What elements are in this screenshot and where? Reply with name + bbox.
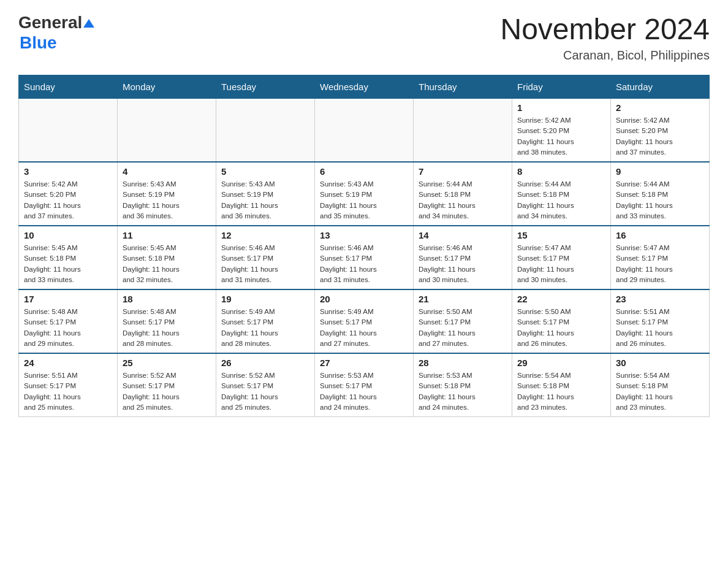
day-number: 8 bbox=[517, 166, 605, 177]
day-info: Sunrise: 5:44 AM Sunset: 5:18 PM Dayligh… bbox=[419, 179, 507, 221]
day-info: Sunrise: 5:51 AM Sunset: 5:17 PM Dayligh… bbox=[24, 370, 112, 413]
day-info: Sunrise: 5:48 AM Sunset: 5:17 PM Dayligh… bbox=[24, 307, 112, 349]
calendar-week-row: 3Sunrise: 5:42 AM Sunset: 5:20 PM Daylig… bbox=[19, 162, 710, 226]
day-info: Sunrise: 5:42 AM Sunset: 5:20 PM Dayligh… bbox=[24, 179, 112, 221]
calendar-cell: 30Sunrise: 5:54 AM Sunset: 5:18 PM Dayli… bbox=[611, 353, 710, 417]
day-info: Sunrise: 5:45 AM Sunset: 5:18 PM Dayligh… bbox=[24, 243, 112, 285]
day-number: 17 bbox=[24, 294, 112, 304]
calendar-cell: 14Sunrise: 5:46 AM Sunset: 5:17 PM Dayli… bbox=[414, 226, 512, 289]
day-number: 30 bbox=[616, 358, 704, 368]
calendar-cell: 10Sunrise: 5:45 AM Sunset: 5:18 PM Dayli… bbox=[19, 226, 118, 289]
day-number: 13 bbox=[320, 230, 408, 240]
day-info: Sunrise: 5:54 AM Sunset: 5:18 PM Dayligh… bbox=[616, 370, 704, 413]
day-info: Sunrise: 5:48 AM Sunset: 5:17 PM Dayligh… bbox=[123, 307, 211, 349]
day-info: Sunrise: 5:45 AM Sunset: 5:18 PM Dayligh… bbox=[123, 243, 211, 285]
day-number: 2 bbox=[616, 102, 704, 113]
calendar-cell: 5Sunrise: 5:43 AM Sunset: 5:19 PM Daylig… bbox=[216, 162, 315, 226]
day-info: Sunrise: 5:47 AM Sunset: 5:17 PM Dayligh… bbox=[517, 243, 605, 285]
calendar-cell bbox=[118, 99, 216, 163]
month-title: November 2024 bbox=[500, 12, 710, 46]
day-info: Sunrise: 5:46 AM Sunset: 5:17 PM Dayligh… bbox=[419, 243, 507, 285]
title-area: November 2024 Caranan, Bicol, Philippine… bbox=[500, 12, 710, 63]
day-header-saturday: Saturday bbox=[611, 75, 710, 99]
calendar-cell: 17Sunrise: 5:48 AM Sunset: 5:17 PM Dayli… bbox=[19, 289, 118, 353]
day-number: 12 bbox=[221, 230, 309, 240]
day-number: 16 bbox=[616, 230, 704, 240]
calendar-cell: 3Sunrise: 5:42 AM Sunset: 5:20 PM Daylig… bbox=[19, 162, 118, 226]
calendar-week-row: 1Sunrise: 5:42 AM Sunset: 5:20 PM Daylig… bbox=[19, 99, 710, 163]
calendar-cell: 18Sunrise: 5:48 AM Sunset: 5:17 PM Dayli… bbox=[118, 289, 216, 353]
calendar-cell bbox=[216, 99, 315, 163]
calendar-cell: 16Sunrise: 5:47 AM Sunset: 5:17 PM Dayli… bbox=[611, 226, 710, 289]
calendar-cell: 6Sunrise: 5:43 AM Sunset: 5:19 PM Daylig… bbox=[315, 162, 414, 226]
calendar-cell bbox=[315, 99, 414, 163]
day-number: 10 bbox=[24, 230, 112, 240]
day-number: 11 bbox=[123, 230, 211, 240]
day-number: 23 bbox=[616, 294, 704, 304]
calendar-cell bbox=[19, 99, 118, 163]
day-number: 9 bbox=[616, 166, 704, 177]
day-number: 7 bbox=[419, 166, 507, 177]
calendar-cell bbox=[414, 99, 512, 163]
day-info: Sunrise: 5:46 AM Sunset: 5:17 PM Dayligh… bbox=[320, 243, 408, 285]
calendar-cell: 24Sunrise: 5:51 AM Sunset: 5:17 PM Dayli… bbox=[19, 353, 118, 417]
calendar-cell: 7Sunrise: 5:44 AM Sunset: 5:18 PM Daylig… bbox=[414, 162, 512, 226]
day-number: 19 bbox=[221, 294, 309, 304]
calendar-cell: 1Sunrise: 5:42 AM Sunset: 5:20 PM Daylig… bbox=[512, 99, 611, 163]
calendar-week-row: 10Sunrise: 5:45 AM Sunset: 5:18 PM Dayli… bbox=[19, 226, 710, 289]
page-header: General Blue November 2024 Caranan, Bico… bbox=[18, 12, 710, 63]
day-info: Sunrise: 5:52 AM Sunset: 5:17 PM Dayligh… bbox=[221, 370, 309, 413]
day-number: 3 bbox=[24, 166, 112, 177]
day-info: Sunrise: 5:42 AM Sunset: 5:20 PM Dayligh… bbox=[616, 115, 704, 158]
day-info: Sunrise: 5:53 AM Sunset: 5:18 PM Dayligh… bbox=[419, 370, 507, 413]
day-header-friday: Friday bbox=[512, 75, 611, 99]
svg-marker-0 bbox=[83, 19, 94, 28]
day-info: Sunrise: 5:54 AM Sunset: 5:18 PM Dayligh… bbox=[517, 370, 605, 413]
calendar-cell: 21Sunrise: 5:50 AM Sunset: 5:17 PM Dayli… bbox=[414, 289, 512, 353]
day-info: Sunrise: 5:46 AM Sunset: 5:17 PM Dayligh… bbox=[221, 243, 309, 285]
calendar-cell: 11Sunrise: 5:45 AM Sunset: 5:18 PM Dayli… bbox=[118, 226, 216, 289]
day-info: Sunrise: 5:44 AM Sunset: 5:18 PM Dayligh… bbox=[517, 179, 605, 221]
calendar-cell: 15Sunrise: 5:47 AM Sunset: 5:17 PM Dayli… bbox=[512, 226, 611, 289]
day-number: 18 bbox=[123, 294, 211, 304]
day-header-wednesday: Wednesday bbox=[315, 75, 414, 99]
day-number: 15 bbox=[517, 230, 605, 240]
day-number: 27 bbox=[320, 358, 408, 368]
day-number: 26 bbox=[221, 358, 309, 368]
calendar-week-row: 17Sunrise: 5:48 AM Sunset: 5:17 PM Dayli… bbox=[19, 289, 710, 353]
calendar-cell: 29Sunrise: 5:54 AM Sunset: 5:18 PM Dayli… bbox=[512, 353, 611, 417]
calendar-table: SundayMondayTuesdayWednesdayThursdayFrid… bbox=[18, 75, 710, 417]
day-info: Sunrise: 5:49 AM Sunset: 5:17 PM Dayligh… bbox=[221, 307, 309, 349]
day-number: 22 bbox=[517, 294, 605, 304]
day-header-monday: Monday bbox=[118, 75, 216, 99]
day-number: 28 bbox=[419, 358, 507, 368]
calendar-cell: 20Sunrise: 5:49 AM Sunset: 5:17 PM Dayli… bbox=[315, 289, 414, 353]
calendar-cell: 28Sunrise: 5:53 AM Sunset: 5:18 PM Dayli… bbox=[414, 353, 512, 417]
day-info: Sunrise: 5:43 AM Sunset: 5:19 PM Dayligh… bbox=[123, 179, 211, 221]
day-info: Sunrise: 5:43 AM Sunset: 5:19 PM Dayligh… bbox=[320, 179, 408, 221]
calendar-cell: 27Sunrise: 5:53 AM Sunset: 5:17 PM Dayli… bbox=[315, 353, 414, 417]
calendar-cell: 23Sunrise: 5:51 AM Sunset: 5:17 PM Dayli… bbox=[611, 289, 710, 353]
day-info: Sunrise: 5:50 AM Sunset: 5:17 PM Dayligh… bbox=[419, 307, 507, 349]
day-number: 24 bbox=[24, 358, 112, 368]
day-info: Sunrise: 5:53 AM Sunset: 5:17 PM Dayligh… bbox=[320, 370, 408, 413]
calendar-cell: 9Sunrise: 5:44 AM Sunset: 5:18 PM Daylig… bbox=[611, 162, 710, 226]
day-info: Sunrise: 5:47 AM Sunset: 5:17 PM Dayligh… bbox=[616, 243, 704, 285]
day-info: Sunrise: 5:49 AM Sunset: 5:17 PM Dayligh… bbox=[320, 307, 408, 349]
day-header-thursday: Thursday bbox=[414, 75, 512, 99]
calendar-cell: 13Sunrise: 5:46 AM Sunset: 5:17 PM Dayli… bbox=[315, 226, 414, 289]
logo-blue: Blue bbox=[20, 33, 57, 52]
day-number: 20 bbox=[320, 294, 408, 304]
calendar-cell: 2Sunrise: 5:42 AM Sunset: 5:20 PM Daylig… bbox=[611, 99, 710, 163]
calendar-week-row: 24Sunrise: 5:51 AM Sunset: 5:17 PM Dayli… bbox=[19, 353, 710, 417]
day-number: 29 bbox=[517, 358, 605, 368]
calendar-cell: 19Sunrise: 5:49 AM Sunset: 5:17 PM Dayli… bbox=[216, 289, 315, 353]
logo-general: General bbox=[18, 13, 82, 33]
day-info: Sunrise: 5:42 AM Sunset: 5:20 PM Dayligh… bbox=[517, 115, 605, 158]
logo: General Blue bbox=[18, 12, 94, 53]
location-title: Caranan, Bicol, Philippines bbox=[500, 48, 710, 63]
calendar-cell: 8Sunrise: 5:44 AM Sunset: 5:18 PM Daylig… bbox=[512, 162, 611, 226]
day-number: 21 bbox=[419, 294, 507, 304]
day-number: 4 bbox=[123, 166, 211, 177]
day-number: 5 bbox=[221, 166, 309, 177]
